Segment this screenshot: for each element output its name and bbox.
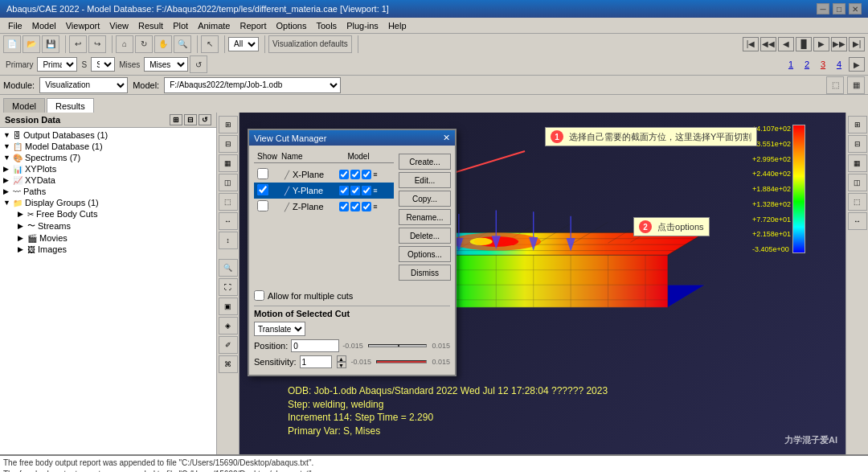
redo-btn[interactable]: ↪ xyxy=(88,35,106,53)
mod-icon2[interactable]: ▦ xyxy=(847,76,865,94)
vcm-row-xplane[interactable]: ╱ X-Plane ≡ xyxy=(254,166,394,183)
side-icon-11[interactable]: ◈ xyxy=(219,317,238,335)
side-icon-6[interactable]: ↔ xyxy=(219,212,238,230)
xplane-m1[interactable] xyxy=(339,170,349,179)
yplane-m3[interactable] xyxy=(362,186,371,195)
menu-item-animate[interactable]: Animate xyxy=(193,20,235,31)
pause-btn[interactable]: ▐▌ xyxy=(796,37,812,51)
mod-icon1[interactable]: ⬚ xyxy=(826,76,844,94)
side-icon-9[interactable]: ⛶ xyxy=(219,278,238,296)
side-icon-2[interactable]: ⊟ xyxy=(219,135,238,153)
play-btn[interactable]: ◀ xyxy=(778,37,794,51)
frame-1[interactable]: 1 xyxy=(784,58,797,71)
menu-item-tools[interactable]: Tools xyxy=(311,20,342,31)
tree-movies[interactable]: ▶ 🎬 Movies xyxy=(2,232,215,244)
minimize-button[interactable]: ─ xyxy=(817,3,829,14)
tree-streams[interactable]: ▶ 〜 Streams xyxy=(2,220,215,232)
vcm-row-yplane[interactable]: ╱ Y-Plane ≡ xyxy=(254,183,394,199)
tree-spectrums[interactable]: ▼ 🎨 Spectrums (7) xyxy=(2,152,215,163)
right-icon-5[interactable]: ⬚ xyxy=(848,193,867,211)
rotate-btn[interactable]: ↻ xyxy=(135,35,153,53)
sensitivity-up[interactable]: ▲ xyxy=(337,355,346,362)
tree-model-db[interactable]: ▼ 📋 Model Database (1) xyxy=(2,141,215,152)
zplane-m3[interactable] xyxy=(362,202,371,211)
open-btn[interactable]: 📂 xyxy=(23,35,40,53)
right-icon-3[interactable]: ▦ xyxy=(848,154,867,172)
side-icon-13[interactable]: ⌘ xyxy=(219,355,238,373)
vcm-close-icon[interactable]: ✕ xyxy=(443,133,450,143)
zoom-btn[interactable]: 🔍 xyxy=(174,35,191,53)
position-input[interactable] xyxy=(291,339,339,352)
frame-4[interactable]: 4 xyxy=(833,58,845,71)
tree-free-body-cuts[interactable]: ▶ ✂ Free Body Cuts xyxy=(2,208,215,220)
tree-output-db[interactable]: ▼ 🗄 Output Databases (1) xyxy=(2,129,215,141)
tree-xydata[interactable]: ▶ 📈 XYData xyxy=(2,174,215,186)
menu-item-view[interactable]: View xyxy=(104,20,133,31)
side-icon-7[interactable]: ↕ xyxy=(219,232,238,249)
maximize-button[interactable]: □ xyxy=(833,3,845,14)
vcm-translate-select[interactable]: Translate xyxy=(254,322,305,336)
menu-item-model[interactable]: Model xyxy=(27,20,61,31)
menu-item-help[interactable]: Help xyxy=(383,20,411,31)
tree-refresh-btn[interactable]: ↺ xyxy=(199,114,211,125)
menu-item-result[interactable]: Result xyxy=(133,20,168,31)
menu-item-plot[interactable]: Plot xyxy=(168,20,193,31)
prev-frame-btn[interactable]: ◀◀ xyxy=(760,37,776,51)
module-select[interactable]: Visualization xyxy=(39,77,128,93)
next-play-btn[interactable]: ▶ xyxy=(813,37,829,51)
side-icon-8[interactable]: 🔍 xyxy=(219,259,238,277)
close-button[interactable]: ✕ xyxy=(849,3,862,14)
vcm-options-btn[interactable]: Options... xyxy=(399,246,451,262)
tree-images[interactable]: ▶ 🖼 Images xyxy=(2,244,215,255)
vcm-delete-btn[interactable]: Delete... xyxy=(399,228,451,244)
yplane-checkbox[interactable] xyxy=(257,184,268,195)
side-icon-12[interactable]: ✐ xyxy=(219,336,238,354)
zplane-m1[interactable] xyxy=(339,202,349,211)
vcm-dismiss-btn[interactable]: Dismiss xyxy=(399,265,451,281)
tree-xyplots[interactable]: ▶ 📊 XYPlots xyxy=(2,163,215,174)
side-icon-4[interactable]: ◫ xyxy=(219,174,238,191)
select-btn[interactable]: ↖ xyxy=(201,35,219,53)
right-icon-4[interactable]: ◫ xyxy=(848,174,867,191)
vcm-create-btn[interactable]: Create... xyxy=(399,154,451,170)
side-icon-5[interactable]: ⬚ xyxy=(219,193,238,211)
tree-display-groups[interactable]: ▼ 📁 Display Groups (1) xyxy=(2,197,215,208)
primary-select[interactable]: Primary xyxy=(37,57,77,72)
menu-item-viewport[interactable]: Viewport xyxy=(61,20,105,31)
frame-3[interactable]: 3 xyxy=(817,58,829,71)
tab-results[interactable]: Results xyxy=(47,98,94,113)
tree-expand-btn[interactable]: ⊞ xyxy=(170,114,182,125)
vcm-copy-btn[interactable]: Copy... xyxy=(399,191,451,207)
new-btn[interactable]: 📄 xyxy=(3,35,21,53)
xplane-m3[interactable] xyxy=(362,170,371,179)
last-frame-btn[interactable]: ▶| xyxy=(849,37,865,51)
yplane-m2[interactable] xyxy=(350,186,360,195)
tab-model[interactable]: Model xyxy=(3,98,45,113)
menu-item-plug-ins[interactable]: Plug-ins xyxy=(342,20,383,31)
yplane-m1[interactable] xyxy=(339,186,349,195)
home-btn[interactable]: ⌂ xyxy=(116,35,133,53)
zplane-checkbox[interactable] xyxy=(257,200,268,211)
menu-item-options[interactable]: Options xyxy=(272,20,312,31)
right-icon-6[interactable]: ↔ xyxy=(848,212,867,230)
sensitivity-down[interactable]: ▼ xyxy=(337,362,346,368)
vcm-edit-btn[interactable]: Edit... xyxy=(399,172,451,188)
vis-defaults-icon[interactable]: Visualization defaults xyxy=(268,35,352,53)
allow-multiple-checkbox[interactable] xyxy=(254,290,264,301)
next-frame-btn[interactable]: ▶▶ xyxy=(831,37,847,51)
pan-btn[interactable]: ✋ xyxy=(154,35,172,53)
position-slider[interactable] xyxy=(368,344,428,347)
zplane-m2[interactable] xyxy=(350,202,360,211)
step-arrow[interactable]: ▶ xyxy=(849,57,865,72)
sensitivity-slider[interactable] xyxy=(376,360,427,363)
tree-collapse-btn[interactable]: ⊟ xyxy=(184,114,197,125)
menu-item-file[interactable]: File xyxy=(3,20,27,31)
side-icon-1[interactable]: ⊞ xyxy=(219,116,238,133)
xplane-checkbox[interactable] xyxy=(257,168,268,179)
s-select[interactable]: S xyxy=(91,57,115,72)
all-select[interactable]: All xyxy=(228,37,259,51)
xplane-m2[interactable] xyxy=(350,170,360,179)
model-select[interactable]: F:/Abaqus2022/temp/Job-1.odb xyxy=(164,77,341,93)
tree-paths[interactable]: ▶ 〰 Paths xyxy=(2,186,215,197)
vcm-rename-btn[interactable]: Rename... xyxy=(399,209,451,225)
